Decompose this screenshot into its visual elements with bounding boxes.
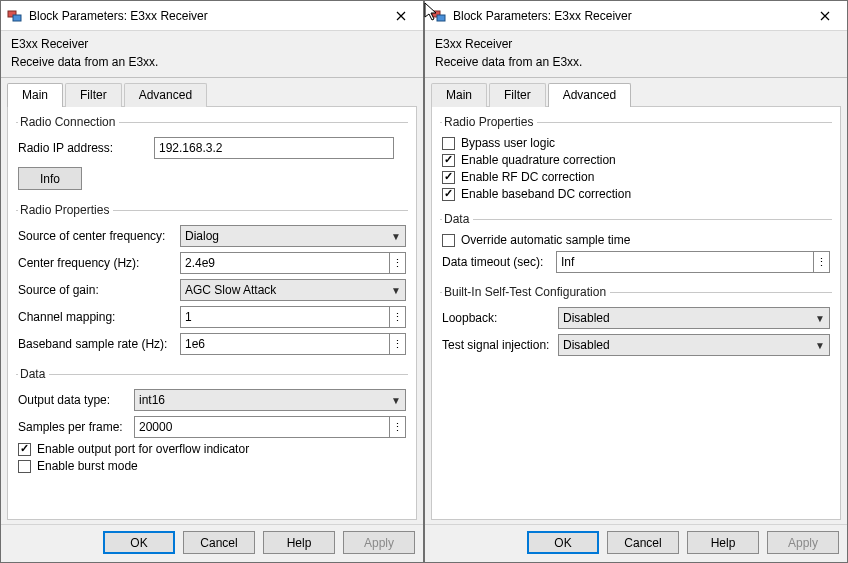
loopback-select[interactable]: Disabled ▼ — [558, 307, 830, 329]
baseband-sample-rate-input[interactable] — [180, 333, 390, 355]
svg-rect-1 — [13, 15, 21, 21]
check-quadrature-correction[interactable]: Enable quadrature correction — [442, 153, 830, 167]
ok-button[interactable]: OK — [527, 531, 599, 554]
block-description: E3xx Receiver Receive data from an E3xx. — [425, 31, 847, 78]
edit-options-button[interactable]: ⋮ — [390, 333, 406, 355]
checkbox-icon — [442, 171, 455, 184]
edit-options-button[interactable]: ⋮ — [390, 252, 406, 274]
edit-options-button[interactable]: ⋮ — [390, 416, 406, 438]
vdots-icon: ⋮ — [816, 257, 827, 268]
simulink-icon — [7, 8, 23, 24]
group-legend: Radio Properties — [18, 203, 113, 217]
tab-bar: Main Filter Advanced — [1, 78, 423, 106]
select-value: Dialog — [185, 229, 391, 243]
row-radio-ip: Radio IP address: — [18, 136, 406, 160]
block-parameters-dialog-advanced: Block Parameters: E3xx Receiver E3xx Rec… — [424, 0, 848, 563]
row-src-center-freq: Source of center frequency: Dialog ▼ — [18, 224, 406, 248]
check-label: Bypass user logic — [461, 136, 555, 150]
cancel-button[interactable]: Cancel — [183, 531, 255, 554]
edit-options-button[interactable]: ⋮ — [390, 306, 406, 328]
tab-main[interactable]: Main — [7, 83, 63, 107]
vdots-icon: ⋮ — [392, 312, 403, 323]
check-overflow-port[interactable]: Enable output port for overflow indicato… — [18, 442, 406, 456]
tab-filter[interactable]: Filter — [65, 83, 122, 107]
info-button[interactable]: Info — [18, 167, 82, 190]
check-bypass-user-logic[interactable]: Bypass user logic — [442, 136, 830, 150]
select-value: Disabled — [563, 338, 815, 352]
samples-per-frame-input[interactable] — [134, 416, 390, 438]
chevron-down-icon: ▼ — [815, 340, 825, 351]
check-label: Enable burst mode — [37, 459, 138, 473]
select-value: Disabled — [563, 311, 815, 325]
vdots-icon: ⋮ — [392, 422, 403, 433]
tab-advanced[interactable]: Advanced — [124, 83, 207, 107]
apply-button[interactable]: Apply — [767, 531, 839, 554]
label-data-timeout: Data timeout (sec): — [442, 255, 550, 269]
group-legend: Data — [442, 212, 473, 226]
chevron-down-icon: ▼ — [391, 231, 401, 242]
check-baseband-dc-correction[interactable]: Enable baseband DC correction — [442, 187, 830, 201]
check-label: Enable quadrature correction — [461, 153, 616, 167]
label-src-gain: Source of gain: — [18, 283, 174, 297]
output-data-type-select[interactable]: int16 ▼ — [134, 389, 406, 411]
row-channel-mapping: Channel mapping: ⋮ — [18, 305, 406, 329]
titlebar: Block Parameters: E3xx Receiver — [425, 1, 847, 31]
tab-page-main: Radio Connection Radio IP address: Info … — [7, 106, 417, 520]
row-center-freq: Center frequency (Hz): ⋮ — [18, 251, 406, 275]
block-name: E3xx Receiver — [435, 37, 837, 51]
tab-bar: Main Filter Advanced — [425, 78, 847, 106]
checkbox-icon — [442, 188, 455, 201]
radio-ip-input[interactable] — [154, 137, 394, 159]
check-label: Override automatic sample time — [461, 233, 630, 247]
block-desc-text: Receive data from an E3xx. — [435, 55, 837, 69]
check-label: Enable RF DC correction — [461, 170, 594, 184]
vdots-icon: ⋮ — [392, 258, 403, 269]
src-center-freq-select[interactable]: Dialog ▼ — [180, 225, 406, 247]
dialog-footer: OK Cancel Help Apply — [1, 524, 423, 562]
group-data: Data Override automatic sample time Data… — [440, 212, 832, 279]
select-value: AGC Slow Attack — [185, 283, 391, 297]
row-test-signal-injection: Test signal injection: Disabled ▼ — [442, 333, 830, 357]
edit-options-button[interactable]: ⋮ — [814, 251, 830, 273]
chevron-down-icon: ▼ — [391, 395, 401, 406]
row-src-gain: Source of gain: AGC Slow Attack ▼ — [18, 278, 406, 302]
check-override-sample-time[interactable]: Override automatic sample time — [442, 233, 830, 247]
label-channel-mapping: Channel mapping: — [18, 310, 174, 324]
help-button[interactable]: Help — [687, 531, 759, 554]
tab-main[interactable]: Main — [431, 83, 487, 107]
checkbox-icon — [18, 460, 31, 473]
ok-button[interactable]: OK — [103, 531, 175, 554]
simulink-icon — [431, 8, 447, 24]
help-button[interactable]: Help — [263, 531, 335, 554]
label-output-data-type: Output data type: — [18, 393, 128, 407]
data-timeout-input[interactable] — [556, 251, 814, 273]
src-gain-select[interactable]: AGC Slow Attack ▼ — [180, 279, 406, 301]
select-value: int16 — [139, 393, 391, 407]
check-rf-dc-correction[interactable]: Enable RF DC correction — [442, 170, 830, 184]
label-src-center-freq: Source of center frequency: — [18, 229, 174, 243]
group-legend: Built-In Self-Test Configuration — [442, 285, 610, 299]
checkbox-icon — [18, 443, 31, 456]
vdots-icon: ⋮ — [392, 339, 403, 350]
block-desc-text: Receive data from an E3xx. — [11, 55, 413, 69]
cancel-button[interactable]: Cancel — [607, 531, 679, 554]
row-baseband-sample-rate: Baseband sample rate (Hz): ⋮ — [18, 332, 406, 356]
row-loopback: Loopback: Disabled ▼ — [442, 306, 830, 330]
center-freq-input[interactable] — [180, 252, 390, 274]
label-center-freq: Center frequency (Hz): — [18, 256, 174, 270]
row-data-timeout: Data timeout (sec): ⋮ — [442, 250, 830, 274]
tab-advanced[interactable]: Advanced — [548, 83, 631, 107]
tab-filter[interactable]: Filter — [489, 83, 546, 107]
row-output-data-type: Output data type: int16 ▼ — [18, 388, 406, 412]
tab-page-advanced: Radio Properties Bypass user logic Enabl… — [431, 106, 841, 520]
chevron-down-icon: ▼ — [391, 285, 401, 296]
label-test-signal-injection: Test signal injection: — [442, 338, 552, 352]
titlebar: Block Parameters: E3xx Receiver — [1, 1, 423, 31]
channel-mapping-input[interactable] — [180, 306, 390, 328]
apply-button[interactable]: Apply — [343, 531, 415, 554]
close-button[interactable] — [381, 2, 421, 30]
close-button[interactable] — [805, 2, 845, 30]
check-burst-mode[interactable]: Enable burst mode — [18, 459, 406, 473]
test-signal-injection-select[interactable]: Disabled ▼ — [558, 334, 830, 356]
group-data: Data Output data type: int16 ▼ Samples p… — [16, 367, 408, 478]
